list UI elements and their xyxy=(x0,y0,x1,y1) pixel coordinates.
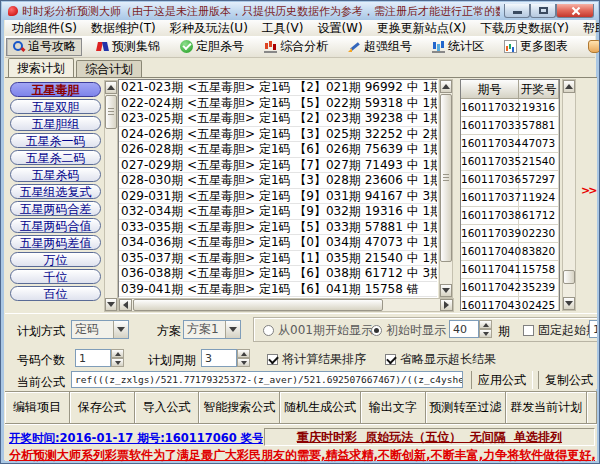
plan-list-row[interactable]: 027-029期 <五星毒胆> 定1码 【7】027期 71493 中 1期中 xyxy=(119,158,437,174)
edit-project-button[interactable]: 编辑项目 xyxy=(5,392,70,423)
menu-item-components[interactable]: 功能组件(S) xyxy=(5,20,84,37)
radio-from-001[interactable]: 从001期开始显示 xyxy=(263,322,373,339)
sidebar-item[interactable]: 五星两码合差 xyxy=(10,201,101,216)
fixed-start-checkbox[interactable]: 固定起始期 xyxy=(523,322,597,339)
sidebar-item[interactable]: 五星两码差值 xyxy=(10,235,101,250)
plan-list-row[interactable]: 024-026期 <五星毒胆> 定1码 【3】025期 32252 中 2期中 xyxy=(119,127,437,143)
toolbar-button-prediction-collection[interactable]: 预测集锦 xyxy=(90,38,166,56)
plan-list-row[interactable]: 021-023期 <五星毒胆> 定1码 【2】021期 96992 中 1期中 xyxy=(119,80,437,96)
sidebar-item[interactable]: 百位 xyxy=(10,286,101,301)
list-scroll-up-button[interactable] xyxy=(440,80,452,93)
sidebar-item[interactable]: 五星毒胆 xyxy=(10,82,101,97)
cycle-input[interactable]: 3 xyxy=(201,349,237,367)
table-row[interactable]: 160117039 02230 xyxy=(461,225,559,243)
sidebar-item[interactable]: 五星杀一码 xyxy=(10,133,101,148)
plan-list-row[interactable]: 026-028期 <五星毒胆> 定1码 【6】026期 75639 中 1期中 xyxy=(119,142,437,158)
plan-list-row[interactable]: 029-031期 <五星毒胆> 定1码 【9】031期 94167 中 3期中 xyxy=(119,189,437,205)
list-scroll-left-button[interactable] xyxy=(119,299,132,311)
plan-list-row[interactable]: 028-030期 <五星毒胆> 定1码 【3】028期 23606 中 1期中 xyxy=(119,173,437,189)
radio-initial-display[interactable]: 初始时显示 xyxy=(371,322,446,339)
sort-results-checkbox[interactable]: 将计算结果排序 xyxy=(267,351,366,368)
sidebar-scroll-up-button[interactable] xyxy=(105,81,117,94)
toolbar-button-chase-strategy[interactable]: 追号攻略 xyxy=(6,38,82,56)
menu-item-settings[interactable]: 设置(W) xyxy=(310,20,369,37)
table-scrollbar-thumb[interactable] xyxy=(563,270,575,284)
menu-item-help-register[interactable]: 帮助及注册(Z) xyxy=(576,20,600,37)
sidebar-item[interactable]: 千位 xyxy=(10,269,101,284)
table-row[interactable]: 160117035 21540 xyxy=(461,153,559,171)
table-scroll-up-button[interactable] xyxy=(563,80,575,93)
plan-list-row[interactable]: 039-041期 <五星毒胆> 定1码 【6】041期 15758 错 xyxy=(119,282,437,298)
menu-item-data-maintenance[interactable]: 数据维护(T) xyxy=(84,20,163,37)
column-header-draw-number[interactable]: 开奖号 xyxy=(519,80,559,99)
menu-item-update-site[interactable]: 更换更新站点(X) xyxy=(370,20,474,37)
toolbar-button-comprehensive-analysis[interactable]: 综合分析 xyxy=(258,38,334,56)
toolbar-button-fix-kill-number[interactable]: 定胆杀号 xyxy=(174,38,250,56)
fixed-start-input[interactable]: 16 xyxy=(589,320,597,338)
sidebar-item[interactable]: 五星胆组 xyxy=(10,116,101,131)
toolbar-button-more-charts[interactable]: 更多图表 xyxy=(498,38,574,56)
menu-item-download-history[interactable]: 下载历史数据(Y) xyxy=(473,20,576,37)
formula-input[interactable]: ref(((z_zxlgs)/521.77179325372-(z_aver)/… xyxy=(71,371,463,388)
plan-mode-select[interactable]: 定码 xyxy=(71,320,129,339)
table-row[interactable]: 160117037 11924 xyxy=(461,189,559,207)
smart-search-formula-button[interactable]: 智能搜索公式 xyxy=(199,392,280,423)
toolbar-button-statistics[interactable]: 统计区 xyxy=(426,38,490,56)
table-row[interactable]: 160117041 15758 xyxy=(461,261,559,279)
tab-search-plan[interactable]: 搜索计划 xyxy=(8,58,74,77)
output-text-button[interactable]: 输出文字 xyxy=(361,392,426,423)
plan-list-row[interactable]: 033-035期 <五星毒胆> 定1码 【5】033期 57881 中 1期中 xyxy=(119,220,437,236)
sidebar-item[interactable]: 五星组选复式 xyxy=(10,184,101,199)
number-count-input[interactable]: 1 xyxy=(75,349,111,367)
plan-list-row[interactable]: 035-037期 <五星毒胆> 定1码 【1】035期 21540 中 1期中 xyxy=(119,251,437,267)
sidebar-scroll-down-button[interactable] xyxy=(105,298,117,311)
plan-list-row[interactable]: 032-034期 <五星毒胆> 定1码 【9】032期 19316 中 1期中 xyxy=(119,204,437,220)
table-row[interactable]: 160117032 19316 xyxy=(461,99,559,117)
table-row[interactable]: 160117043 02425 xyxy=(461,297,559,311)
sidebar-item[interactable]: 五星双胆 xyxy=(10,99,101,114)
table-scroll-down-button[interactable] xyxy=(563,297,575,310)
sidebar-item[interactable]: 五星两码合值 xyxy=(10,218,101,233)
table-row[interactable]: 160117033 57881 xyxy=(461,117,559,135)
prediction-to-filter-button[interactable]: 预测转至过滤 xyxy=(426,392,507,423)
column-header-period[interactable]: 期号 xyxy=(461,80,519,99)
ellipsis-results-checkbox[interactable]: 省略显示超长结果 xyxy=(385,351,496,368)
list-scroll-down-button[interactable] xyxy=(440,284,452,297)
spin-down-button[interactable] xyxy=(479,329,492,338)
list-hscrollbar-thumb[interactable] xyxy=(133,299,383,311)
action-button-partial[interactable] xyxy=(587,392,597,423)
scheme-select[interactable]: 方案1 xyxy=(183,320,241,339)
spin-up-button[interactable] xyxy=(111,349,124,358)
spin-down-button[interactable] xyxy=(111,358,124,367)
close-button[interactable] xyxy=(556,4,594,18)
table-row[interactable]: 160117040 83820 xyxy=(461,243,559,261)
plan-list-row[interactable]: 036-038期 <五星毒胆> 定1码 【6】038期 61712 中 3期中 xyxy=(119,266,437,282)
table-row[interactable]: 160117034 47073 xyxy=(461,135,559,153)
random-generate-formula-button[interactable]: 随机生成公式 xyxy=(280,392,361,423)
sidebar-item[interactable]: 万位 xyxy=(10,252,101,267)
copy-formula-button[interactable]: 复制公式 xyxy=(538,371,597,389)
draw-info-link[interactable]: 开奖时间:2016-01-17 期号:160117060 奖号:20416 点此… xyxy=(9,431,263,446)
periods-input[interactable]: 40 xyxy=(449,320,479,338)
menu-item-tools[interactable]: 工具(V) xyxy=(255,20,311,37)
plan-list-row[interactable]: 022-024期 <五星毒胆> 定1码 【5】022期 59318 中 1期中 xyxy=(119,96,437,112)
sidebar-item[interactable]: 五星杀二码 xyxy=(10,150,101,165)
plan-list-row[interactable]: 023-025期 <五星毒胆> 定1码 【2】023期 39238 中 1期中 xyxy=(119,111,437,127)
spin-up-button[interactable] xyxy=(237,349,250,358)
spin-down-button[interactable] xyxy=(237,358,250,367)
expand-panel-marker[interactable]: >> xyxy=(581,184,595,197)
toolbar-button-strong-group[interactable]: 超强组号 xyxy=(342,38,418,56)
minimize-button[interactable] xyxy=(504,4,530,18)
list-scrollbar-thumb[interactable] xyxy=(440,94,452,262)
sidebar-scrollbar-thumb[interactable] xyxy=(105,95,117,129)
plan-list-row[interactable]: 034-036期 <五星毒胆> 定1码 【0】034期 47073 中 1期中 xyxy=(119,235,437,251)
maximize-button[interactable] xyxy=(530,4,556,18)
table-row[interactable]: 160117038 61712 xyxy=(461,207,559,225)
list-scroll-right-button[interactable] xyxy=(440,299,453,311)
import-formula-button[interactable]: 导入公式 xyxy=(135,392,200,423)
tab-combined-plan[interactable]: 综合计划 xyxy=(76,60,142,77)
menu-item-lottery-types[interactable]: 彩种及玩法(U) xyxy=(163,20,255,37)
broadcast-current-plan-button[interactable]: 群发当前计划 xyxy=(506,392,587,423)
toolbar-button-indicator-management[interactable]: 指标管理 xyxy=(582,38,600,56)
sidebar-item[interactable]: 五星杀码 xyxy=(10,167,101,182)
